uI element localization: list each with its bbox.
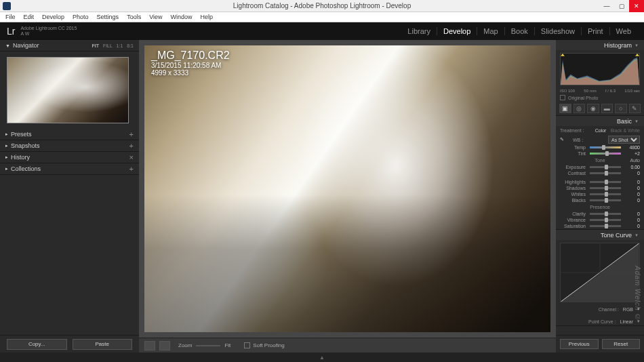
nav-print[interactable]: Print (582, 27, 610, 35)
temp-slider[interactable] (590, 146, 621, 148)
left-panel: ▼ Navigator FIT FILL 1:1 8:1 ▸ Presets +… (0, 40, 139, 353)
presets-header[interactable]: ▸ Presets + (0, 129, 139, 140)
point-curve-value[interactable]: Linear (620, 319, 633, 324)
menu-help[interactable]: Help (197, 14, 218, 20)
temp-value[interactable]: 4800 (625, 145, 640, 150)
contrast-slider[interactable] (590, 172, 621, 174)
plus-icon[interactable]: + (129, 165, 134, 173)
paste-button[interactable]: Paste (73, 339, 133, 350)
menu-view[interactable]: View (145, 14, 166, 20)
gradient-tool-icon[interactable]: ▬ (601, 104, 613, 113)
radial-tool-icon[interactable]: ○ (615, 104, 627, 113)
vibrance-slider[interactable] (590, 219, 621, 221)
redeye-tool-icon[interactable]: ◉ (587, 104, 599, 113)
blacks-label: Blacks (560, 198, 586, 203)
exposure-value[interactable]: 0.00 (625, 165, 640, 169)
auto-button[interactable]: Auto (630, 158, 640, 163)
point-curve-label: Point Curve : (588, 319, 616, 324)
history-header[interactable]: ▸ History × (0, 152, 139, 163)
copy-button[interactable]: Copy... (7, 339, 67, 350)
chevron-down-icon: ▼ (635, 233, 639, 237)
main-image[interactable]: _MG_7170.CR2 3/15/2015 11:20:58 AM 4999 … (144, 45, 550, 332)
close-button[interactable]: ✕ (629, 0, 644, 12)
tone-curve-header[interactable]: Tone Curve▼ (556, 230, 644, 240)
navigator-thumbnail[interactable] (7, 57, 129, 123)
soft-proofing-checkbox[interactable] (244, 342, 250, 348)
shadows-slider[interactable] (590, 187, 621, 189)
snapshots-header[interactable]: ▸ Snapshots + (0, 140, 139, 152)
svg-marker-4 (635, 54, 639, 56)
menu-photo[interactable]: Photo (68, 14, 93, 20)
menu-develop[interactable]: Develop (38, 14, 68, 20)
brush-tool-icon[interactable]: ✎ (629, 104, 641, 113)
nav-book[interactable]: Book (505, 27, 535, 35)
channel-value[interactable]: RGB (623, 307, 633, 312)
highlights-value[interactable]: 0 (625, 180, 640, 184)
dropdown-icon[interactable]: ▾ (637, 319, 640, 324)
crop-tool-icon[interactable]: ▣ (559, 104, 571, 113)
clarity-value[interactable]: 0 (625, 212, 640, 216)
shutter-value: 1/10 sec (624, 89, 640, 93)
vibrance-label: Vibrance (560, 218, 586, 222)
wb-select[interactable]: As Shot (608, 136, 640, 144)
plus-icon[interactable]: + (129, 130, 134, 138)
whites-slider[interactable] (590, 193, 621, 195)
navigator-zoom-options[interactable]: FIT FILL 1:1 8:1 (89, 43, 134, 48)
exposure-slider[interactable] (590, 166, 621, 168)
original-photo-label: Original Photo (568, 96, 598, 100)
minimize-button[interactable]: — (599, 0, 614, 12)
menu-window[interactable]: Window (167, 14, 197, 20)
nav-slideshow[interactable]: Slideshow (535, 27, 582, 35)
image-timestamp: 3/15/2015 11:20:58 AM (151, 62, 230, 69)
wb-label: WB : (573, 138, 606, 142)
tint-value[interactable]: +2 (625, 151, 640, 156)
blacks-value[interactable]: 0 (625, 198, 640, 203)
histogram-display[interactable] (560, 53, 640, 85)
loupe-view-icon[interactable] (144, 341, 155, 350)
reset-button[interactable]: Reset (602, 339, 641, 349)
collections-header[interactable]: ▸ Collections + (0, 163, 139, 175)
maximize-button[interactable]: ▢ (614, 0, 629, 12)
whites-value[interactable]: 0 (625, 192, 640, 197)
tone-header: Tone (595, 158, 605, 163)
navigator-header[interactable]: ▼ Navigator FIT FILL 1:1 8:1 (0, 40, 139, 52)
menu-edit[interactable]: Edit (20, 14, 39, 20)
dropdown-icon[interactable]: ▾ (637, 306, 640, 312)
vibrance-value[interactable]: 0 (625, 218, 640, 222)
histogram-header[interactable]: Histogram▼ (556, 40, 644, 50)
treatment-color[interactable]: Color (595, 128, 607, 133)
chevron-up-icon: ▲ (319, 355, 325, 361)
menu-settings[interactable]: Settings (93, 14, 123, 20)
filmstrip-toggle[interactable]: ▲ (0, 353, 644, 362)
highlights-slider[interactable] (590, 181, 621, 183)
clarity-slider[interactable] (590, 213, 621, 215)
tint-slider[interactable] (590, 153, 621, 155)
nav-map[interactable]: Map (477, 27, 504, 35)
tone-curve-display[interactable] (560, 243, 640, 302)
center-toolbar: Zoom Fit Soft Proofing (139, 338, 556, 353)
saturation-value[interactable]: 0 (625, 224, 640, 228)
saturation-slider[interactable] (590, 225, 621, 227)
before-after-icon[interactable] (159, 341, 170, 350)
soft-proofing-label: Soft Proofing (253, 342, 284, 348)
zoom-slider[interactable] (196, 345, 220, 346)
shadows-label: Shadows (560, 186, 586, 190)
contrast-value[interactable]: 0 (625, 171, 640, 176)
menu-tools[interactable]: Tools (123, 14, 145, 20)
spot-tool-icon[interactable]: ◎ (573, 104, 586, 113)
treatment-bw[interactable]: Black & White (610, 128, 640, 133)
close-icon[interactable]: × (129, 153, 134, 161)
menu-file[interactable]: File (1, 14, 20, 20)
shadows-value[interactable]: 0 (625, 186, 640, 190)
previous-button[interactable]: Previous (560, 339, 599, 349)
nav-web[interactable]: Web (610, 27, 637, 35)
nav-develop[interactable]: Develop (437, 27, 477, 35)
wb-dropper-icon[interactable]: ✎ (560, 137, 571, 142)
version-text: Adobe Lightroom CC 2015 (20, 26, 77, 31)
nav-library[interactable]: Library (401, 27, 437, 35)
focal-value: 50 mm (584, 89, 596, 93)
basic-header[interactable]: Basic▼ (556, 116, 644, 126)
plus-icon[interactable]: + (129, 142, 134, 150)
original-photo-checkbox[interactable] (560, 95, 565, 100)
blacks-slider[interactable] (590, 199, 621, 201)
